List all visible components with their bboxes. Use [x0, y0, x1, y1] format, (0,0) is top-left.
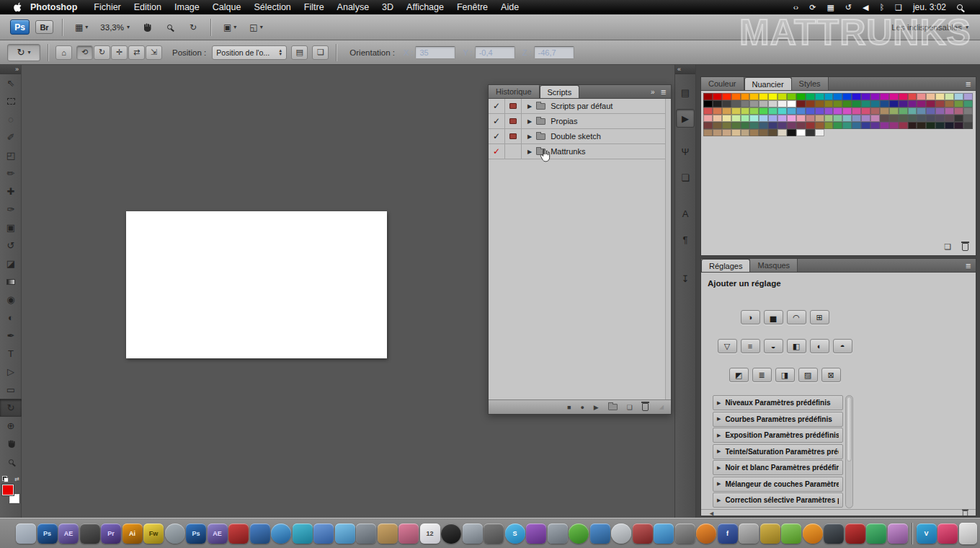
color-swatch[interactable]	[713, 93, 722, 100]
action-set-row[interactable]: ✓▶Scripts par défaut	[489, 99, 671, 114]
color-swatch[interactable]	[880, 122, 889, 129]
delete-button[interactable]	[642, 403, 649, 411]
dock-item-tan[interactable]	[378, 523, 398, 544]
color-swatch[interactable]	[935, 115, 945, 122]
color-swatch[interactable]	[787, 93, 796, 100]
histogram-panel-button[interactable]: ▤	[676, 83, 695, 102]
color-swatch[interactable]	[899, 100, 908, 107]
color-swatch[interactable]	[833, 107, 842, 115]
color-swatch[interactable]	[731, 107, 741, 115]
scrollbar[interactable]	[845, 395, 853, 508]
color-swatch[interactable]	[861, 122, 870, 129]
stop-button[interactable]: ■	[567, 404, 571, 411]
color-swatch[interactable]	[768, 115, 778, 122]
dock-vimeo[interactable]: V	[917, 523, 937, 544]
collapse-panel-icon[interactable]: »	[651, 88, 655, 96]
color-swatch[interactable]	[824, 115, 834, 122]
color-swatch[interactable]	[870, 93, 880, 100]
color-swatch[interactable]	[815, 115, 824, 122]
color-swatch[interactable]	[935, 107, 945, 115]
color-swatch[interactable]	[908, 115, 917, 122]
dock-item-green-3[interactable]	[866, 523, 886, 544]
color-swatch[interactable]	[926, 100, 935, 107]
color-swatch[interactable]	[926, 115, 935, 122]
dock-mail[interactable]	[313, 523, 334, 544]
color-swatch[interactable]	[778, 122, 787, 129]
healing-brush-tool[interactable]: ✚	[0, 182, 22, 200]
path-selection-tool[interactable]: ▷	[0, 363, 22, 381]
color-swatch[interactable]	[963, 107, 973, 115]
chat-icon[interactable]: ❑	[895, 3, 902, 12]
color-swatch[interactable]	[935, 122, 945, 129]
dock-item-documents[interactable]	[16, 523, 36, 544]
vibrance-adjustment-button[interactable]: ▽	[718, 339, 737, 353]
preset-row[interactable]: ▶Mélangeur de couches Paramètres préd...	[713, 477, 843, 492]
dock-item-red-2[interactable]	[633, 523, 653, 544]
toggle-dialog-checkbox[interactable]	[505, 114, 522, 128]
color-swatch[interactable]	[824, 100, 834, 107]
marquee-tool[interactable]	[0, 92, 22, 110]
color-swatch[interactable]	[870, 100, 880, 107]
color-swatch[interactable]	[861, 107, 870, 115]
eraser-tool[interactable]: ◪	[0, 255, 22, 273]
color-swatch[interactable]	[722, 129, 731, 136]
spotlight-icon[interactable]	[957, 4, 963, 10]
sync-icon[interactable]: ⟳	[809, 3, 816, 12]
color-swatch[interactable]	[703, 115, 713, 122]
menu-edition[interactable]: Edition	[128, 2, 168, 12]
color-swatch[interactable]	[917, 122, 926, 129]
slide-3d-mode-button[interactable]: ⇄	[128, 45, 145, 60]
dock-item-purple[interactable]	[526, 523, 546, 544]
dock-item-silver-2[interactable]	[739, 523, 759, 544]
menu-calque[interactable]: Calque	[206, 2, 248, 12]
channel-mixer-adjustment-button[interactable]: ◓	[833, 339, 852, 353]
new-set-button[interactable]	[608, 404, 618, 410]
color-swatch[interactable]	[889, 107, 899, 115]
save-view-button[interactable]: ▤	[291, 45, 308, 60]
color-swatch[interactable]	[908, 100, 917, 107]
dock-item-silver[interactable]	[463, 523, 483, 544]
color-swatch[interactable]	[768, 100, 778, 107]
bluetooth-icon[interactable]: ᛒ	[879, 3, 884, 12]
dock-item-pink[interactable]	[398, 523, 419, 544]
color-swatch[interactable]	[741, 100, 750, 107]
color-swatch[interactable]	[703, 129, 713, 136]
color-swatch[interactable]	[945, 107, 954, 115]
ps-logo-button[interactable]: Ps	[10, 19, 30, 35]
hand-tool-button[interactable]	[138, 19, 156, 35]
color-swatch[interactable]	[722, 93, 731, 100]
scale-3d-mode-button[interactable]: ⇲	[146, 45, 162, 60]
color-swatch[interactable]	[926, 107, 935, 115]
adjustments-tab-reglages[interactable]: Réglages	[701, 259, 750, 272]
paragraph-panel-button[interactable]: ¶	[676, 230, 695, 249]
pan-3d-mode-button[interactable]: ✛	[111, 45, 128, 60]
swatches-tab-styles[interactable]: Styles	[792, 77, 829, 90]
play-button[interactable]: ▶	[594, 404, 599, 411]
panel-menu-icon[interactable]: ≣	[966, 80, 971, 88]
menu-analyse[interactable]: Analyse	[331, 2, 375, 12]
color-swatch[interactable]	[749, 93, 759, 100]
dock-photoshop[interactable]: Ps	[37, 523, 58, 544]
color-swatch[interactable]	[917, 100, 926, 107]
color-swatch[interactable]	[908, 107, 917, 115]
black-white-adjustment-button[interactable]: ◧	[787, 339, 806, 353]
color-swatch[interactable]	[731, 122, 741, 129]
dock-ical[interactable]: 12	[420, 523, 440, 544]
color-swatch[interactable]	[759, 129, 768, 136]
zoom-level-control[interactable]: 33,3% ▾	[97, 23, 133, 32]
selective-color-adjustment-button[interactable]: ⊠	[821, 368, 841, 382]
posterize-adjustment-button[interactable]: ≣	[752, 368, 772, 382]
return-home-3d-button[interactable]: ⌂	[55, 45, 72, 60]
axis-input[interactable]: -46,7	[534, 46, 574, 59]
toggle-item-checkbox[interactable]: ✓	[489, 99, 505, 113]
dock-item-blue[interactable]	[250, 523, 270, 544]
color-swatch[interactable]	[870, 122, 880, 129]
dock-premiere[interactable]: Pr	[101, 523, 121, 544]
color-swatch[interactable]	[713, 107, 722, 115]
swatches-tab-nuancier[interactable]: Nuancier	[744, 77, 792, 90]
dock-illustrator[interactable]: Ai	[122, 523, 143, 544]
color-swatch[interactable]	[945, 93, 954, 100]
color-swatch[interactable]	[815, 129, 824, 136]
color-swatch[interactable]	[815, 107, 824, 115]
color-swatch[interactable]	[824, 107, 834, 115]
